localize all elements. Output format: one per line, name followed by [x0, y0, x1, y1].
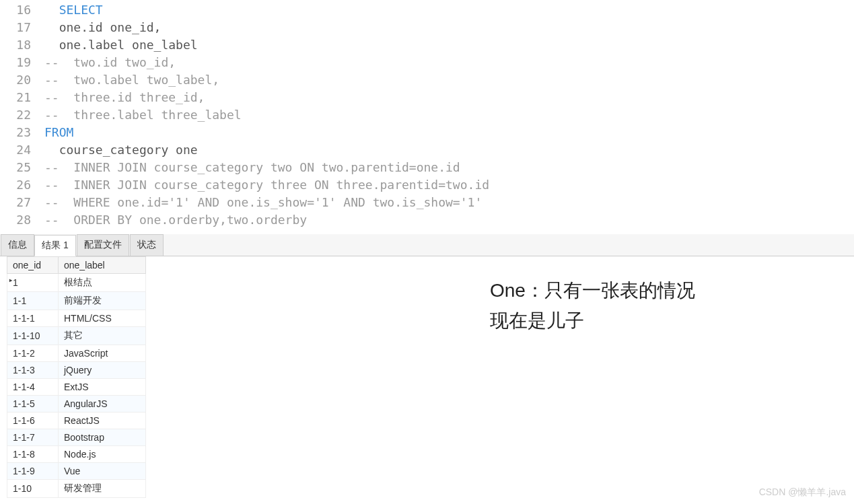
line-number: 23	[0, 124, 44, 141]
line-number: 16	[0, 1, 44, 19]
cell-one-label[interactable]: ExtJS	[59, 379, 146, 396]
table-row[interactable]: 1-1-1HTML/CSS	[7, 310, 146, 327]
code-content[interactable]: -- WHERE one.id='1' AND one.is_show='1' …	[44, 194, 854, 211]
table-header-row: one_idone_label	[7, 257, 146, 274]
table-row[interactable]: 1-1-5AngularJS	[7, 396, 146, 412]
table-row[interactable]: 1-10研发管理	[7, 480, 146, 498]
cell-one-label[interactable]: ReactJS	[59, 412, 146, 429]
code-line[interactable]: 24 course_category one	[0, 141, 854, 159]
cell-one-label[interactable]: 前端开发	[59, 292, 146, 310]
tab-状态[interactable]: 状态	[130, 234, 164, 256]
cell-one-id[interactable]: 1-1-10	[7, 327, 59, 345]
code-line[interactable]: 16 SELECT	[0, 1, 854, 19]
cell-one-id[interactable]: 1-1-4	[7, 379, 59, 396]
code-content[interactable]: -- ORDER BY one.orderby,two.orderby	[44, 211, 854, 229]
line-number: 22	[0, 106, 44, 124]
annotation-text: One：只有一张表的情况 现在是儿子	[490, 276, 695, 336]
code-content[interactable]: one.label one_label	[44, 36, 854, 54]
table-row[interactable]: 1-1-3jQuery	[7, 362, 146, 379]
table-row[interactable]: 1-1-2JavaScript	[7, 345, 146, 362]
result-grid-wrap: ▸ one_idone_label1根结点1-1前端开发1-1-1HTML/CS…	[7, 256, 854, 498]
cell-one-id[interactable]: 1-1-7	[7, 429, 59, 446]
code-line[interactable]: 26-- INNER JOIN course_category three ON…	[0, 176, 854, 194]
cell-one-id[interactable]: 1-10	[7, 480, 59, 498]
line-number: 19	[0, 54, 44, 71]
table-row[interactable]: 1-1-8Node.js	[7, 446, 146, 463]
cell-one-id[interactable]: 1-1-3	[7, 362, 59, 379]
table-row[interactable]: 1根结点	[7, 274, 146, 292]
code-content[interactable]: one.id one_id,	[44, 19, 854, 36]
table-row[interactable]: 1-1-4ExtJS	[7, 379, 146, 396]
tab-信息[interactable]: 信息	[1, 234, 34, 256]
result-tabs: 信息结果 1配置文件状态	[0, 234, 854, 256]
cell-one-label[interactable]: Vue	[59, 463, 146, 480]
code-line[interactable]: 23FROM	[0, 124, 854, 141]
code-content[interactable]: course_category one	[44, 141, 854, 159]
line-number: 27	[0, 194, 44, 211]
code-line[interactable]: 25-- INNER JOIN course_category two ON t…	[0, 159, 854, 176]
cell-one-label[interactable]: 研发管理	[59, 480, 146, 498]
line-number: 26	[0, 176, 44, 194]
code-line[interactable]: 22-- three.label three_label	[0, 106, 854, 124]
cell-one-id[interactable]: 1-1-1	[7, 310, 59, 327]
code-line[interactable]: 20-- two.label two_label,	[0, 71, 854, 89]
annotation-line1: One：只有一张表的情况	[490, 276, 695, 306]
code-content[interactable]: -- INNER JOIN course_category three ON t…	[44, 176, 854, 194]
watermark: CSDN @懒羊羊.java	[759, 487, 846, 499]
cell-one-id[interactable]: 1-1-6	[7, 412, 59, 429]
code-content[interactable]: -- three.label three_label	[44, 106, 854, 124]
cell-one-id[interactable]: 1-1-9	[7, 463, 59, 480]
code-line[interactable]: 17 one.id one_id,	[0, 19, 854, 36]
code-line[interactable]: 27-- WHERE one.id='1' AND one.is_show='1…	[0, 194, 854, 211]
code-line[interactable]: 28-- ORDER BY one.orderby,two.orderby	[0, 211, 854, 229]
cell-one-label[interactable]: Node.js	[59, 446, 146, 463]
code-content[interactable]: -- INNER JOIN course_category two ON two…	[44, 159, 854, 176]
line-number: 20	[0, 71, 44, 89]
column-header[interactable]: one_id	[7, 257, 59, 274]
tab-配置文件[interactable]: 配置文件	[77, 234, 129, 256]
line-number: 17	[0, 19, 44, 36]
table-row[interactable]: 1-1-7Bootstrap	[7, 429, 146, 446]
code-editor[interactable]: 16 SELECT17 one.id one_id,18 one.label o…	[0, 0, 854, 230]
line-number: 25	[0, 159, 44, 176]
table-row[interactable]: 1-1-9Vue	[7, 463, 146, 480]
cell-one-label[interactable]: JavaScript	[59, 345, 146, 362]
cell-one-id[interactable]: 1-1-2	[7, 345, 59, 362]
code-content[interactable]: -- three.id three_id,	[44, 89, 854, 106]
code-line[interactable]: 19-- two.id two_id,	[0, 54, 854, 71]
code-line[interactable]: 21-- three.id three_id,	[0, 89, 854, 106]
cell-one-label[interactable]: Bootstrap	[59, 429, 146, 446]
line-number: 28	[0, 211, 44, 229]
line-number: 18	[0, 36, 44, 54]
cell-one-id[interactable]: 1-1	[7, 292, 59, 310]
table-row[interactable]: 1-1-6ReactJS	[7, 412, 146, 429]
code-content[interactable]: -- two.id two_id,	[44, 54, 854, 71]
code-content[interactable]: FROM	[44, 124, 854, 141]
annotation-line2: 现在是儿子	[490, 306, 695, 336]
cell-one-label[interactable]: AngularJS	[59, 396, 146, 412]
cell-one-label[interactable]: HTML/CSS	[59, 310, 146, 327]
tab-结果 1[interactable]: 结果 1	[34, 235, 76, 256]
result-grid[interactable]: one_idone_label1根结点1-1前端开发1-1-1HTML/CSS1…	[7, 256, 146, 498]
cell-one-label[interactable]: 根结点	[59, 274, 146, 292]
table-row[interactable]: 1-1前端开发	[7, 292, 146, 310]
code-content[interactable]: SELECT	[44, 1, 854, 19]
table-row[interactable]: 1-1-10其它	[7, 327, 146, 345]
cell-one-id[interactable]: 1-1-5	[7, 396, 59, 412]
line-number: 24	[0, 141, 44, 159]
code-line[interactable]: 18 one.label one_label	[0, 36, 854, 54]
cell-one-label[interactable]: 其它	[59, 327, 146, 345]
line-number: 21	[0, 89, 44, 106]
cell-one-id[interactable]: 1-1-8	[7, 446, 59, 463]
code-content[interactable]: -- two.label two_label,	[44, 71, 854, 89]
current-row-marker: ▸	[7, 275, 15, 285]
cell-one-label[interactable]: jQuery	[59, 362, 146, 379]
column-header[interactable]: one_label	[59, 257, 146, 274]
